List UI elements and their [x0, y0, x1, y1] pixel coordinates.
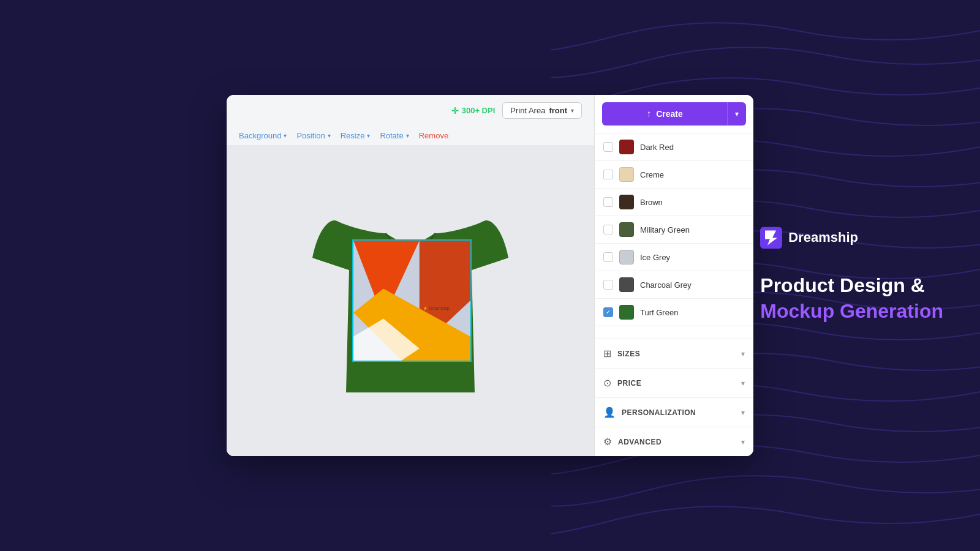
price-chevron: ▾ — [741, 379, 745, 388]
personalization-section: 👤 PERSONALIZATION ▾ — [595, 397, 753, 427]
right-panel: ↑ Create ▾ Dark Red Creme — [594, 95, 753, 456]
print-area-overlay: ⚡ Dreamship — [352, 239, 472, 362]
background-label: Background — [239, 131, 281, 140]
design-tools: Background ▾ Position ▾ Resize ▾ Rotate … — [227, 126, 594, 145]
sizes-header[interactable]: ⊞ SIZES ▾ — [595, 339, 753, 368]
dpi-badge: ✛ 300+ DPI — [451, 106, 496, 116]
artwork: ⚡ Dreamship — [353, 241, 470, 361]
color-checkbox-ice-grey[interactable] — [603, 252, 613, 262]
resize-button[interactable]: Resize ▾ — [341, 131, 371, 140]
color-swatch-creme — [619, 167, 634, 182]
color-item-creme[interactable]: Creme — [595, 161, 753, 189]
remove-button[interactable]: Remove — [419, 131, 448, 140]
color-checkbox-military-green[interactable] — [603, 225, 613, 234]
rotate-chevron: ▾ — [406, 132, 409, 139]
background-button[interactable]: Background ▾ — [239, 131, 287, 140]
print-area-label: Print Area — [510, 106, 545, 115]
personalization-left: 👤 PERSONALIZATION — [603, 407, 696, 418]
dreamship-logo: Dreamship — [760, 227, 943, 249]
advanced-header[interactable]: ⚙ ADVANCED ▾ — [595, 427, 753, 456]
advanced-title: ADVANCED — [618, 438, 662, 446]
color-item-turf-green[interactable]: Turf Green — [595, 299, 753, 326]
color-swatch-military-green — [619, 222, 634, 237]
resize-chevron: ▾ — [367, 132, 370, 139]
create-label: Create — [656, 109, 683, 119]
headline-line1: Product Design & — [760, 273, 943, 299]
personalization-title: PERSONALIZATION — [622, 408, 696, 417]
position-button[interactable]: Position ▾ — [296, 131, 330, 140]
move-icon: ✛ — [451, 106, 459, 116]
color-item-dark-red[interactable]: Dark Red — [595, 133, 753, 161]
color-checkbox-creme[interactable] — [603, 170, 613, 179]
canvas-area: ⚡ Dreamship — [227, 145, 594, 456]
colors-list: Dark Red Creme Brown Military Green — [595, 133, 753, 339]
color-checkbox-brown[interactable] — [603, 197, 613, 207]
create-dropdown-button[interactable]: ▾ — [727, 102, 746, 126]
color-checkbox-charcoal-grey[interactable] — [603, 280, 613, 290]
create-button[interactable]: ↑ Create — [602, 102, 727, 126]
headline-line2: Mockup Generation — [760, 299, 943, 324]
color-swatch-dark-red — [619, 140, 634, 154]
svg-text:⚡ Dreamship: ⚡ Dreamship — [423, 305, 450, 311]
advanced-section: ⚙ ADVANCED ▾ — [595, 427, 753, 456]
price-section: ⊙ PRICE ▾ — [595, 368, 753, 397]
sizes-icon: ⊞ — [603, 348, 611, 359]
rotate-label: Rotate — [380, 131, 403, 140]
color-checkbox-turf-green[interactable] — [603, 307, 613, 317]
color-name-military-green: Military Green — [640, 225, 690, 234]
color-item-brown[interactable]: Brown — [595, 189, 753, 216]
price-left: ⊙ PRICE — [603, 377, 641, 389]
logo-text: Dreamship — [788, 230, 858, 246]
print-area-button[interactable]: Print Area front ▾ — [502, 102, 582, 119]
sizes-left: ⊞ SIZES — [603, 348, 640, 359]
toolbar: ✛ 300+ DPI Print Area front ▾ — [227, 95, 594, 126]
info-panel: Dreamship Product Design & Mockup Genera… — [760, 227, 943, 324]
dpi-label: 300+ DPI — [462, 106, 496, 115]
page-wrapper: ✛ 300+ DPI Print Area front ▾ Background… — [0, 0, 980, 551]
price-icon: ⊙ — [603, 377, 611, 389]
color-item-military-green[interactable]: Military Green — [595, 216, 753, 244]
sizes-title: SIZES — [617, 350, 640, 358]
advanced-chevron: ▾ — [741, 438, 745, 446]
left-panel: ✛ 300+ DPI Print Area front ▾ Background… — [227, 95, 594, 456]
color-swatch-turf-green — [619, 305, 634, 320]
position-label: Position — [296, 131, 325, 140]
color-checkbox-dark-red[interactable] — [603, 142, 613, 152]
color-item-ice-grey[interactable]: Ice Grey — [595, 244, 753, 271]
sizes-chevron: ▾ — [741, 350, 745, 358]
create-section: ↑ Create ▾ — [595, 95, 753, 133]
remove-label: Remove — [419, 131, 448, 140]
print-area-chevron: ▾ — [571, 107, 574, 114]
color-name-creme: Creme — [640, 170, 664, 179]
resize-label: Resize — [341, 131, 365, 140]
background-chevron: ▾ — [284, 132, 287, 139]
advanced-icon: ⚙ — [603, 436, 612, 448]
personalization-icon: 👤 — [603, 407, 616, 418]
personalization-chevron: ▾ — [741, 408, 745, 417]
print-area-value: front — [549, 106, 567, 115]
main-card: ✛ 300+ DPI Print Area front ▾ Background… — [227, 95, 753, 456]
rotate-button[interactable]: Rotate ▾ — [380, 131, 409, 140]
price-title: PRICE — [617, 379, 641, 388]
headline: Product Design & Mockup Generation — [760, 273, 943, 324]
advanced-left: ⚙ ADVANCED — [603, 436, 662, 448]
color-name-turf-green: Turf Green — [640, 308, 678, 317]
color-name-ice-grey: Ice Grey — [640, 253, 670, 262]
color-name-brown: Brown — [640, 198, 663, 207]
color-name-dark-red: Dark Red — [640, 143, 674, 152]
upload-icon: ↑ — [646, 108, 651, 119]
personalization-header[interactable]: 👤 PERSONALIZATION ▾ — [595, 398, 753, 427]
position-chevron: ▾ — [328, 132, 331, 139]
color-swatch-ice-grey — [619, 250, 634, 264]
sizes-section: ⊞ SIZES ▾ — [595, 339, 753, 368]
color-name-charcoal-grey: Charcoal Grey — [640, 280, 692, 290]
logo-icon — [760, 227, 782, 249]
tshirt-container: ⚡ Dreamship — [312, 184, 508, 417]
color-swatch-brown — [619, 195, 634, 209]
create-dropdown-chevron: ▾ — [735, 110, 739, 118]
color-swatch-charcoal-grey — [619, 277, 634, 292]
price-header[interactable]: ⊙ PRICE ▾ — [595, 369, 753, 397]
color-item-charcoal-grey[interactable]: Charcoal Grey — [595, 271, 753, 299]
